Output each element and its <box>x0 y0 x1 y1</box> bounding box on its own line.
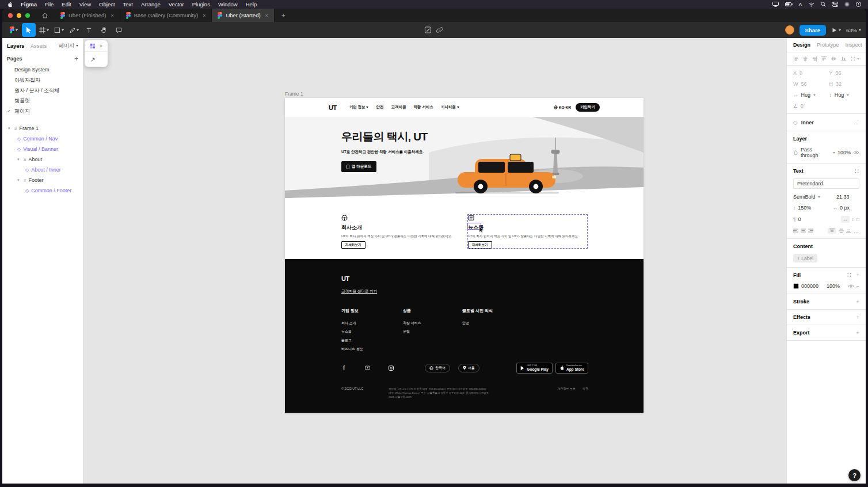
home-icon[interactable] <box>37 12 52 19</box>
page-dropdown[interactable]: 페이지 <box>59 42 78 50</box>
floating-widget-panel[interactable]: × ↗ <box>85 40 108 67</box>
close-icon[interactable]: × <box>100 43 102 49</box>
nav-ride-services[interactable]: 차량 서비스 <box>413 105 433 110</box>
pen-tool-button[interactable] <box>67 23 81 37</box>
fill-opacity-field[interactable]: 100% <box>827 283 840 289</box>
menu-edit[interactable]: Edit <box>62 1 71 7</box>
menu-text[interactable]: Text <box>123 1 133 7</box>
rotation-field[interactable]: ∠0° <box>793 103 824 109</box>
move-tool-button[interactable] <box>22 23 36 37</box>
layer-common-nav[interactable]: ◇Common / Nav <box>2 134 83 144</box>
add-export-icon[interactable]: + <box>856 330 859 336</box>
auto-width-icon[interactable]: ↔ <box>841 216 850 223</box>
battery-icon[interactable] <box>785 2 793 6</box>
letter-spacing-field[interactable]: 0 px <box>840 205 859 211</box>
zoom-menu[interactable]: 63% <box>846 27 861 33</box>
footer-link[interactable]: 운행 <box>403 328 462 336</box>
tab-prototype[interactable]: Prototype <box>817 42 839 48</box>
y-field[interactable]: Y36 <box>829 70 860 76</box>
search-icon[interactable] <box>821 2 826 7</box>
hand-tool-button[interactable] <box>97 23 111 37</box>
align-right-icon[interactable] <box>812 56 817 62</box>
signup-button[interactable]: 가입하기 <box>576 103 600 112</box>
wifi-icon[interactable] <box>808 2 814 7</box>
footer-link[interactable]: 블로그 <box>341 336 403 345</box>
tab-design[interactable]: Design <box>793 42 810 48</box>
align-h-center-icon[interactable] <box>802 56 808 62</box>
menu-file[interactable]: File <box>45 1 54 7</box>
site-logo[interactable]: UT <box>329 104 337 111</box>
feature-more-button[interactable]: 자세히보기 <box>468 241 492 249</box>
opacity-field[interactable]: 100% <box>837 150 851 155</box>
layer-frame-1[interactable]: ▾#Frame 1 <box>2 123 83 134</box>
layer-footer[interactable]: ▾#Footer <box>2 175 83 185</box>
nav-company-info[interactable]: 기업 정보 <box>349 105 369 110</box>
instagram-icon[interactable] <box>389 366 394 371</box>
pages-header[interactable]: Pages <box>7 56 22 62</box>
menu-plugins[interactable]: Plugins <box>192 1 210 7</box>
page-item-active[interactable]: ✓페이지 <box>2 106 83 116</box>
clock-icon[interactable] <box>856 2 861 7</box>
footer-link[interactable]: 비즈니스 정보 <box>341 345 403 353</box>
footer-link[interactable]: 회사 소개 <box>341 319 403 328</box>
feature-card-newsroom[interactable]: 뉴스룸 UT의 회사 연혁과 핵심 가치 및 UT가 창출하는 다양한 기회에 … <box>468 215 587 249</box>
close-tab-icon[interactable]: × <box>111 13 113 18</box>
comment-tool-button[interactable] <box>112 23 125 37</box>
page-item[interactable]: 원자 / 분자 / 조직체 <box>2 85 83 96</box>
align-left-icon[interactable] <box>793 56 799 62</box>
city-selector[interactable]: 서울 <box>458 364 479 372</box>
tab-uber-finished[interactable]: Uber (Finished) × <box>55 9 120 22</box>
app-store-badge[interactable]: Download on theApp Store <box>555 363 588 374</box>
font-family-select[interactable]: Pretendard <box>793 178 859 189</box>
frame-tool-button[interactable] <box>37 23 51 37</box>
terms-link[interactable]: 약관 <box>583 387 588 390</box>
align-top-icon[interactable] <box>821 56 827 62</box>
text-styles-icon[interactable] <box>854 169 859 174</box>
content-label-chip[interactable]: TLabel <box>793 254 817 262</box>
main-menu-button[interactable] <box>7 23 21 37</box>
add-effect-icon[interactable]: + <box>856 314 859 320</box>
type-settings-icon[interactable]: … <box>854 228 859 234</box>
font-size-field[interactable]: 21.33 <box>836 194 859 200</box>
paragraph-spacing-field[interactable]: 0 <box>798 216 801 222</box>
feature-card-company[interactable]: 회사소개 UT의 회사 연혁과 핵심 가치 및 UT가 창출하는 다양한 기회에… <box>341 215 460 249</box>
chevron-down-icon[interactable]: ▾ <box>8 126 12 131</box>
locale-selector[interactable]: KO-KR <box>554 105 571 109</box>
font-weight-select[interactable]: SemiBold <box>793 194 816 200</box>
edit-object-icon[interactable] <box>425 26 432 33</box>
youtube-icon[interactable] <box>365 366 370 370</box>
add-stroke-icon[interactable]: + <box>856 299 859 305</box>
chevron-down-icon[interactable]: ▾ <box>17 178 21 182</box>
nav-driver-support[interactable]: 기사지원 <box>441 105 459 110</box>
menu-app-name[interactable]: Figma <box>21 1 37 7</box>
nav-safety[interactable]: 안전 <box>376 105 383 110</box>
x-field[interactable]: X0 <box>793 70 824 76</box>
remove-fill-icon[interactable]: − <box>856 283 859 289</box>
align-bottom-icon[interactable] <box>840 56 847 62</box>
text-align-left-icon[interactable] <box>793 229 798 233</box>
fill-visibility-icon[interactable] <box>848 284 854 288</box>
new-tab-button[interactable]: + <box>275 12 292 20</box>
more-options-icon[interactable]: … <box>854 120 859 125</box>
fill-hex-field[interactable]: 000000 <box>801 283 818 289</box>
footer-logo[interactable]: UT <box>341 275 349 282</box>
apple-logo-icon[interactable] <box>7 1 13 8</box>
footer-link[interactable]: 뉴스룸 <box>341 328 403 336</box>
text-align-right-icon[interactable] <box>808 229 813 233</box>
line-height-field[interactable]: 150% <box>798 205 811 211</box>
width-field[interactable]: W56 <box>793 81 824 87</box>
close-tab-icon[interactable]: × <box>265 13 268 18</box>
menu-window[interactable]: Window <box>218 1 238 7</box>
menu-vector[interactable]: Vector <box>169 1 184 7</box>
fill-styles-icon[interactable] <box>847 272 852 278</box>
auto-height-icon[interactable]: ↕ <box>852 216 854 222</box>
align-v-center-icon[interactable] <box>831 56 837 62</box>
language-selector[interactable]: 한국어 <box>425 364 450 372</box>
avatar[interactable] <box>785 25 794 35</box>
vertical-resizing-dropdown[interactable]: ↕Hug <box>829 92 860 98</box>
tab-base-gallery[interactable]: Base Gallery (Community) × <box>120 9 212 22</box>
google-play-badge[interactable]: GET IT ONGoogle Play <box>516 363 553 374</box>
footer-link[interactable]: 차량 서비스 <box>403 319 462 328</box>
menu-view[interactable]: View <box>79 1 91 7</box>
canvas[interactable]: × ↗ Frame 1 UT 기업 정보 안전 고객지원 차량 서비스 기사지원 <box>83 38 786 484</box>
